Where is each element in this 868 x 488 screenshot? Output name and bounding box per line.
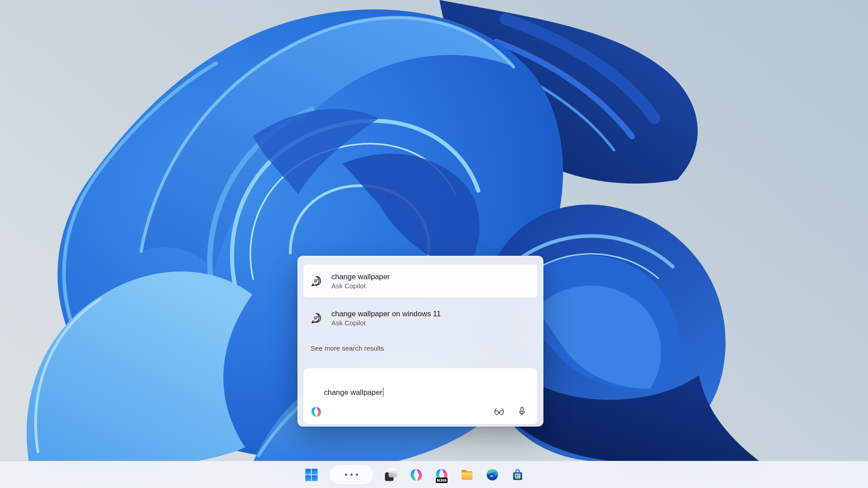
search-flyout: change wallpaper Ask Copilot change wall… [297, 256, 543, 427]
suggestion-item[interactable]: change wallpaper on windows 11 Ask Copil… [303, 301, 538, 335]
see-more-search-results-link[interactable]: See more search results [311, 344, 384, 353]
text-caret [383, 388, 384, 397]
suggestion-subtitle: Ask Copilot [331, 282, 390, 291]
suggestion-title: change wallpaper [331, 272, 390, 282]
glasses-icon[interactable] [493, 405, 505, 417]
edge-icon [486, 468, 499, 482]
suggestion-title: change wallpaper on windows 11 [331, 309, 441, 319]
edge-button[interactable] [485, 468, 500, 482]
microsoft-store-button[interactable] [510, 468, 525, 482]
copilot-chat-bubble-icon [310, 275, 322, 287]
search-input[interactable]: change wallpaper [303, 368, 538, 424]
copilot-chat-bubble-icon [310, 312, 322, 324]
search-input-value: change wallpaper [324, 388, 382, 396]
taskbar-icon-group: M365 [304, 461, 525, 488]
m365-badge: M365 [436, 478, 448, 483]
copilot-icon [410, 468, 423, 482]
copilot-logo-icon [311, 406, 322, 418]
microsoft-store-icon [511, 468, 524, 482]
windows-start-icon [305, 468, 318, 482]
suggestion-subtitle: Ask Copilot [331, 319, 441, 328]
ellipsis-dot [356, 474, 358, 476]
search-box-pill[interactable] [330, 465, 373, 484]
file-explorer-button[interactable] [460, 468, 474, 482]
copilot-button[interactable] [409, 468, 424, 482]
ellipsis-dot [345, 474, 347, 476]
start-button[interactable] [304, 468, 319, 482]
m365-copilot-button[interactable]: M365 [434, 468, 449, 482]
task-view-icon [384, 468, 398, 482]
file-explorer-icon [460, 468, 474, 482]
taskbar: M365 [0, 461, 868, 488]
ellipsis-dot [350, 474, 353, 476]
microphone-icon[interactable] [516, 406, 528, 417]
task-view-button[interactable] [384, 468, 398, 482]
suggestion-item[interactable]: change wallpaper Ask Copilot [303, 264, 538, 298]
